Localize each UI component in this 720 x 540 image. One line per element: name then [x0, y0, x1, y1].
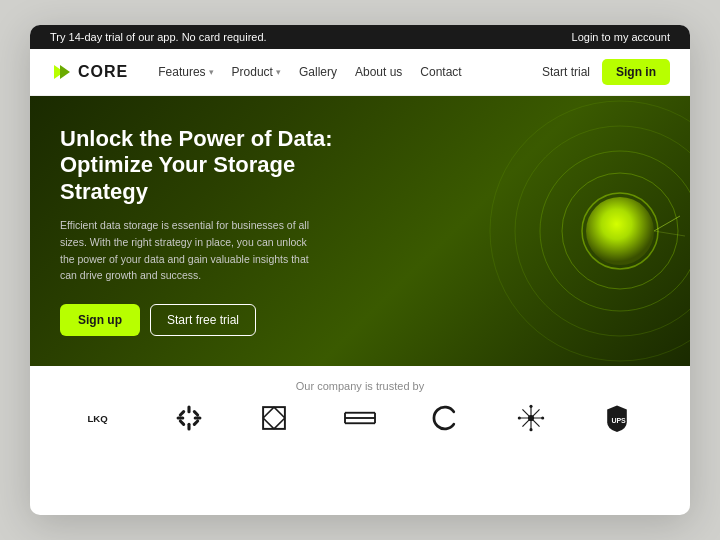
hero-description: Efficient data storage is essential for … [60, 217, 320, 284]
signup-button[interactable]: Sign up [60, 304, 140, 336]
svg-line-20 [263, 407, 274, 418]
svg-rect-15 [178, 409, 186, 417]
hero-content: Unlock the Power of Data:Optimize Your S… [60, 126, 370, 336]
svg-point-37 [541, 416, 544, 419]
announcement-text: Try 14-day trial of our app. No card req… [50, 31, 267, 43]
logo-area: CORE [50, 61, 128, 83]
ups-logo: UPS [599, 404, 635, 432]
svg-rect-18 [192, 419, 200, 427]
svg-point-36 [518, 416, 521, 419]
login-link[interactable]: Login to my account [572, 31, 670, 43]
svg-point-7 [586, 197, 654, 265]
start-trial-link[interactable]: Start trial [542, 65, 590, 79]
announcement-bar: Try 14-day trial of our app. No card req… [30, 25, 690, 49]
nav-about[interactable]: About us [355, 65, 402, 79]
svg-rect-11 [187, 406, 190, 414]
hero-buttons: Sign up Start free trial [60, 304, 370, 336]
hero-section: Unlock the Power of Data:Optimize Your S… [30, 96, 690, 366]
svg-line-22 [263, 418, 274, 429]
svg-rect-17 [178, 419, 186, 427]
logos-row: LKQ [60, 404, 660, 432]
bofa-logo [342, 404, 378, 432]
hero-rings [420, 96, 690, 366]
svg-rect-16 [192, 409, 200, 417]
comcast-logo [428, 404, 464, 432]
free-trial-button[interactable]: Start free trial [150, 304, 256, 336]
chevron-down-icon: ▾ [276, 67, 281, 77]
svg-point-35 [530, 428, 533, 431]
complex-logo [513, 404, 549, 432]
chevron-down-icon: ▾ [209, 67, 214, 77]
nav-product[interactable]: Product ▾ [232, 65, 281, 79]
nav-contact[interactable]: Contact [420, 65, 461, 79]
walmart-logo [171, 404, 207, 432]
svg-line-21 [274, 407, 285, 418]
trusted-section: Our company is trusted by LKQ [30, 366, 690, 448]
logo-text: CORE [78, 63, 128, 81]
lkq-logo: LKQ [85, 404, 121, 432]
svg-rect-19 [263, 407, 285, 429]
svg-point-34 [530, 405, 533, 408]
svg-rect-14 [193, 416, 201, 419]
trusted-label: Our company is trusted by [60, 380, 660, 392]
chase-logo [256, 404, 292, 432]
nav-features[interactable]: Features ▾ [158, 65, 213, 79]
svg-text:LKQ: LKQ [87, 413, 108, 424]
navbar: CORE Features ▾ Product ▾ Gallery About … [30, 49, 690, 96]
svg-text:UPS: UPS [611, 417, 626, 424]
svg-marker-1 [60, 65, 70, 79]
svg-rect-12 [187, 423, 190, 431]
logo-icon [50, 61, 72, 83]
nav-actions: Start trial Sign in [542, 59, 670, 85]
svg-line-23 [274, 418, 285, 429]
signin-button[interactable]: Sign in [602, 59, 670, 85]
browser-window: Try 14-day trial of our app. No card req… [30, 25, 690, 515]
nav-links: Features ▾ Product ▾ Gallery About us Co… [158, 65, 542, 79]
hero-title: Unlock the Power of Data:Optimize Your S… [60, 126, 370, 205]
nav-gallery[interactable]: Gallery [299, 65, 337, 79]
svg-rect-13 [176, 416, 184, 419]
